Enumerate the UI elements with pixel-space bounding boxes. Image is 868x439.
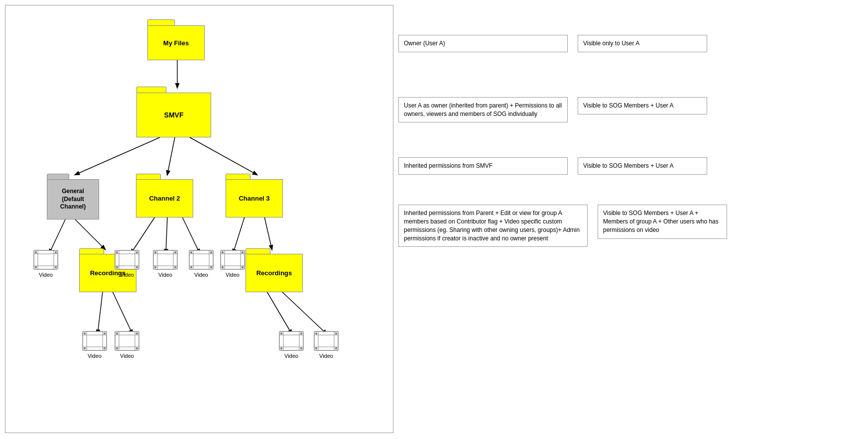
annotation-row-3: Inherited permissions from SMVF Visible …: [398, 157, 863, 175]
svg-rect-47: [116, 251, 118, 253]
svg-line-9: [166, 217, 167, 253]
svg-rect-22: [55, 251, 57, 253]
svg-line-4: [49, 220, 65, 253]
video-label-v2: Video: [82, 353, 108, 359]
video-icon-v8: Video: [278, 330, 304, 359]
svg-rect-74: [222, 251, 224, 253]
svg-rect-87: [314, 331, 338, 350]
svg-line-13: [267, 292, 292, 334]
svg-rect-58: [174, 251, 176, 253]
video-label-v3: Video: [114, 353, 140, 359]
annotation-box-4-right: Visible to SOG Members + User A + Member…: [598, 205, 727, 238]
svg-rect-59: [174, 266, 176, 268]
svg-rect-41: [136, 347, 138, 349]
svg-rect-95: [335, 347, 337, 349]
svg-line-3: [190, 137, 257, 175]
svg-rect-20: [35, 251, 37, 253]
svg-rect-68: [210, 266, 212, 268]
annotations-area: Owner (User A) Visible only to User A Us…: [398, 5, 863, 434]
video-label-v9: Video: [313, 353, 339, 359]
annotation-box-4-left: Inherited permissions from Parent + Edit…: [398, 205, 588, 247]
annotation-box-2-right: Visible to SOG Members + User A: [578, 97, 707, 114]
video-label-v1: Video: [33, 272, 59, 278]
svg-rect-15: [34, 250, 58, 269]
annotation-row-2: User A as owner (inherited from parent) …: [398, 97, 863, 123]
svg-rect-77: [242, 266, 244, 268]
svg-rect-30: [84, 347, 86, 349]
svg-rect-76: [242, 251, 244, 253]
main-container: My Files SMVF General (Default Channel) …: [0, 0, 868, 439]
video-icon-v5: Video: [152, 249, 178, 278]
video-icon-v4: Video: [114, 249, 140, 278]
svg-rect-38: [116, 332, 118, 334]
svg-rect-24: [83, 331, 107, 350]
svg-line-14: [282, 292, 327, 334]
svg-rect-83: [280, 332, 282, 334]
annotation-box-3-right: Visible to SOG Members + User A: [578, 157, 707, 175]
video-icon-v7: Video: [220, 249, 246, 278]
svg-line-5: [75, 220, 105, 249]
svg-line-11: [233, 217, 245, 253]
folder-recordings2: Recordings: [246, 248, 303, 292]
svg-rect-60: [189, 250, 213, 269]
annotation-row-4: Inherited permissions from Parent + Edit…: [398, 205, 863, 247]
svg-line-6: [98, 292, 103, 334]
annotation-box-1-right: Visible only to User A: [578, 35, 707, 52]
svg-rect-50: [136, 266, 138, 268]
svg-line-10: [182, 217, 200, 253]
svg-rect-75: [222, 266, 224, 268]
video-icon-v1: Video: [33, 249, 59, 278]
video-icon-v9: Video: [313, 330, 339, 359]
svg-rect-85: [300, 332, 302, 334]
svg-rect-84: [280, 347, 282, 349]
svg-rect-29: [84, 332, 86, 334]
svg-rect-86: [300, 347, 302, 349]
svg-rect-31: [104, 332, 106, 334]
folder-myfiles: My Files: [147, 19, 205, 60]
video-label-v4: Video: [114, 272, 140, 278]
svg-rect-92: [315, 332, 317, 334]
video-label-v6: Video: [188, 272, 214, 278]
svg-rect-49: [136, 251, 138, 253]
svg-rect-93: [315, 347, 317, 349]
svg-rect-42: [115, 250, 139, 269]
svg-rect-65: [190, 251, 192, 253]
video-icon-v3: Video: [114, 330, 140, 359]
video-label-v7: Video: [220, 272, 246, 278]
svg-rect-33: [115, 331, 139, 350]
folder-smvf: SMVF: [136, 87, 211, 137]
svg-rect-21: [35, 266, 37, 268]
video-label-v8: Video: [278, 353, 304, 359]
svg-rect-94: [335, 332, 337, 334]
svg-rect-57: [154, 266, 156, 268]
svg-rect-78: [279, 331, 303, 350]
annotation-box-3-left: Inherited permissions from SMVF: [398, 157, 568, 175]
annotation-box-1-left: Owner (User A): [398, 35, 568, 52]
svg-rect-40: [136, 332, 138, 334]
svg-line-7: [113, 292, 132, 334]
svg-rect-67: [210, 251, 212, 253]
annotation-row-1: Owner (User A) Visible only to User A: [398, 35, 863, 52]
svg-rect-51: [153, 250, 177, 269]
video-label-v5: Video: [152, 272, 178, 278]
annotation-box-2-left: User A as owner (inherited from parent) …: [398, 97, 568, 123]
folder-channel3: Channel 3: [226, 174, 283, 218]
folder-channel2: Channel 2: [136, 174, 193, 218]
svg-rect-48: [116, 266, 118, 268]
folder-general: General (Default Channel): [47, 174, 99, 220]
svg-rect-56: [154, 251, 156, 253]
svg-line-2: [167, 137, 175, 175]
svg-line-1: [75, 137, 160, 175]
svg-rect-39: [116, 347, 118, 349]
video-icon-v2: Video: [82, 330, 108, 359]
svg-rect-69: [221, 250, 245, 269]
svg-line-12: [264, 217, 272, 249]
svg-rect-66: [190, 266, 192, 268]
video-icon-v6: Video: [188, 249, 214, 278]
diagram-area: My Files SMVF General (Default Channel) …: [5, 5, 393, 433]
svg-rect-32: [104, 347, 106, 349]
svg-rect-23: [55, 266, 57, 268]
